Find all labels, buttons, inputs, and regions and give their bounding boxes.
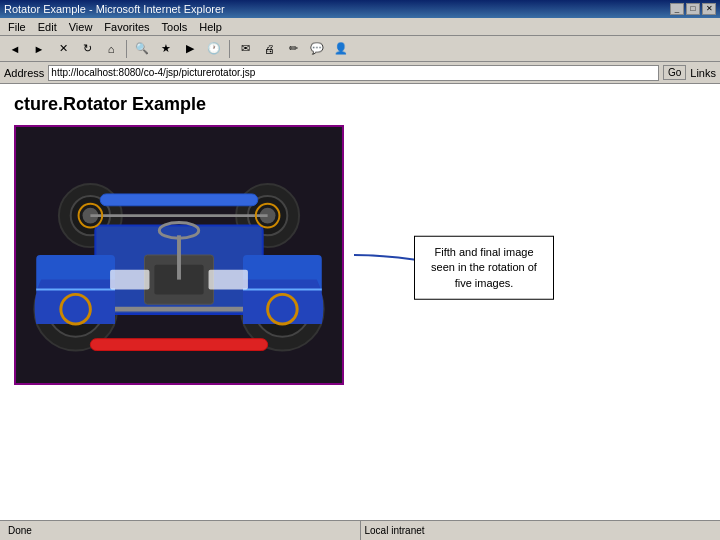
zone-text: Local intranet: [365, 525, 425, 536]
arrow-area: Fifth and final image seen in the rotati…: [344, 125, 554, 385]
separator-2: [229, 40, 230, 58]
edit-button[interactable]: ✏: [282, 39, 304, 59]
back-button[interactable]: ◄: [4, 39, 26, 59]
svg-rect-30: [110, 270, 149, 290]
discuss-button[interactable]: 💬: [306, 39, 328, 59]
home-button[interactable]: ⌂: [100, 39, 122, 59]
print-button[interactable]: 🖨: [258, 39, 280, 59]
menu-favorites[interactable]: Favorites: [98, 20, 155, 34]
menu-tools[interactable]: Tools: [156, 20, 194, 34]
search-button[interactable]: 🔍: [131, 39, 153, 59]
page-title: cture.Rotator Example: [14, 94, 706, 115]
svg-rect-21: [90, 339, 267, 351]
forward-button[interactable]: ►: [28, 39, 50, 59]
mail-button[interactable]: ✉: [234, 39, 256, 59]
go-button[interactable]: Go: [663, 65, 686, 80]
separator-1: [126, 40, 127, 58]
window-title: Rotator Example - Microsoft Internet Exp…: [4, 3, 225, 15]
menu-file[interactable]: File: [2, 20, 32, 34]
status-bar: Done Local intranet: [0, 520, 720, 540]
window-controls: _ □ ✕: [670, 3, 716, 15]
stop-button[interactable]: ✕: [52, 39, 74, 59]
history-button[interactable]: 🕐: [203, 39, 225, 59]
svg-rect-20: [100, 194, 258, 206]
toolbar: ◄ ► ✕ ↻ ⌂ 🔍 ★ ▶ 🕐 ✉ 🖨 ✏ 💬 👤: [0, 36, 720, 62]
address-bar: Address Go Links: [0, 62, 720, 84]
page-content: cture.Rotator Example: [0, 84, 720, 520]
menu-edit[interactable]: Edit: [32, 20, 63, 34]
status-text: Done: [4, 521, 361, 540]
car-photo: [16, 127, 342, 383]
messenger-button[interactable]: 👤: [330, 39, 352, 59]
media-button[interactable]: ▶: [179, 39, 201, 59]
refresh-button[interactable]: ↻: [76, 39, 98, 59]
zone-indicator: Local intranet: [361, 521, 717, 540]
close-button[interactable]: ✕: [702, 3, 716, 15]
menu-bar: File Edit View Favorites Tools Help: [0, 18, 720, 36]
main-area: Fifth and final image seen in the rotati…: [14, 125, 706, 385]
callout-box: Fifth and final image seen in the rotati…: [414, 236, 554, 300]
title-bar: Rotator Example - Microsoft Internet Exp…: [0, 0, 720, 18]
links-label: Links: [690, 67, 716, 79]
maximize-button[interactable]: □: [686, 3, 700, 15]
minimize-button[interactable]: _: [670, 3, 684, 15]
callout-text: Fifth and final image seen in the rotati…: [431, 246, 537, 289]
svg-rect-31: [209, 270, 248, 290]
menu-view[interactable]: View: [63, 20, 99, 34]
favorites-button[interactable]: ★: [155, 39, 177, 59]
rotator-image: [14, 125, 344, 385]
menu-help[interactable]: Help: [193, 20, 228, 34]
address-label: Address: [4, 67, 44, 79]
address-input[interactable]: [48, 65, 659, 81]
